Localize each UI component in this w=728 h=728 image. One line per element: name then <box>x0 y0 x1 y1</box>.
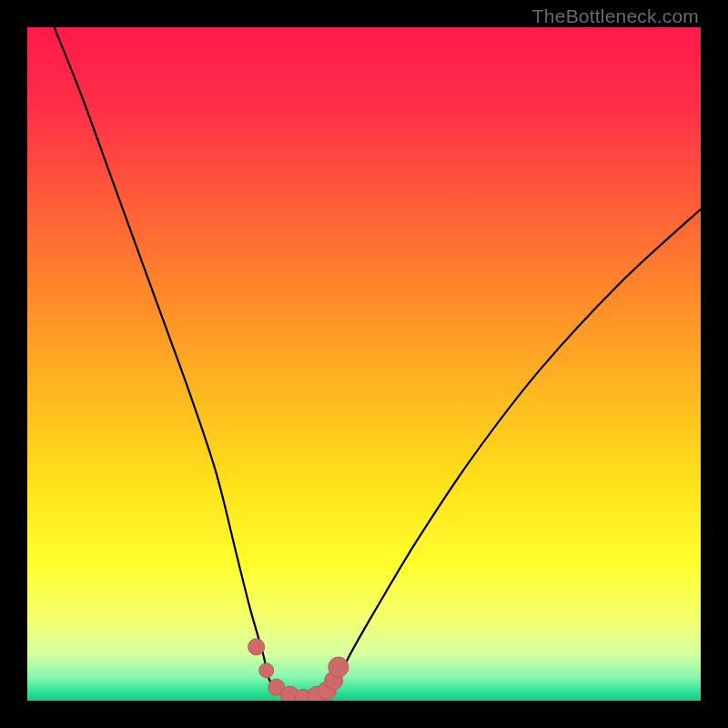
valley-marker <box>259 663 274 678</box>
bottleneck-curve <box>55 27 701 701</box>
valley-marker <box>329 657 349 677</box>
valley-marker-group <box>248 639 349 701</box>
curve-layer <box>27 27 701 701</box>
valley-marker <box>248 639 265 655</box>
chart-frame <box>27 27 701 701</box>
watermark-text: TheBottleneck.com <box>532 5 699 27</box>
